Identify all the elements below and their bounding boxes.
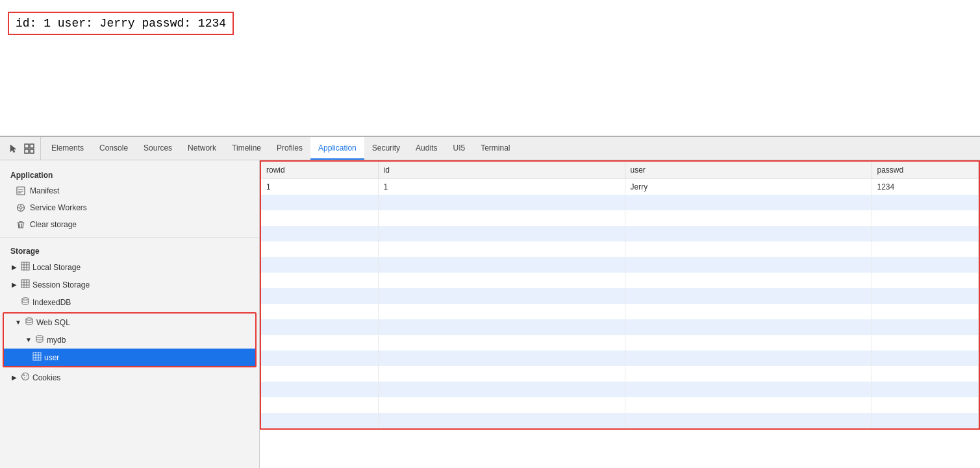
cell-id: 1 (378, 179, 625, 195)
mydb-arrow (25, 336, 32, 344)
mydb-icon (35, 334, 44, 345)
web-sql-arrow (14, 319, 22, 326)
web-sql-highlight: Web SQL mydb (3, 312, 257, 367)
devtools-sidebar: Application Manifest (0, 160, 260, 468)
devtools-icons (3, 137, 41, 160)
service-workers-icon (16, 203, 26, 213)
divider-1 (0, 237, 259, 238)
session-storage-label: Session Storage (32, 280, 90, 289)
sidebar-item-local-storage[interactable]: Local Storage (0, 258, 259, 276)
user-table-label: user (44, 353, 59, 362)
tab-sources[interactable]: Sources (136, 137, 180, 160)
sidebar-item-mydb[interactable]: mydb (4, 331, 255, 349)
tab-ui5[interactable]: UI5 (445, 137, 473, 160)
session-storage-arrow (10, 281, 18, 289)
table-empty-row (261, 226, 979, 241)
clear-storage-label: Clear storage (30, 220, 77, 229)
session-storage-icon (21, 279, 30, 290)
sidebar-item-web-sql[interactable]: Web SQL (4, 314, 255, 331)
table-empty-row (261, 273, 979, 288)
manifest-icon (16, 186, 26, 196)
tab-elements[interactable]: Elements (44, 137, 92, 160)
manifest-label: Manifest (30, 186, 59, 195)
local-storage-icon (21, 262, 30, 273)
col-rowid: rowid (261, 162, 378, 179)
data-table: rowid id user passwd 11Jerry1234 (261, 162, 979, 428)
sidebar-item-manifest[interactable]: Manifest (0, 182, 259, 199)
content-area: rowid id user passwd 11Jerry1234 (260, 160, 980, 468)
table-empty-row (261, 288, 979, 304)
svg-point-34 (26, 375, 27, 376)
cursor-icon[interactable] (8, 143, 19, 154)
svg-rect-19 (21, 280, 29, 288)
svg-point-26 (36, 336, 43, 338)
local-storage-arrow (10, 264, 18, 271)
table-empty-row (261, 319, 979, 335)
svg-rect-1 (30, 144, 34, 148)
user-table-icon (32, 352, 42, 363)
cell-passwd: 1234 (872, 179, 979, 195)
table-row[interactable]: 11Jerry1234 (261, 179, 979, 195)
devtools-tab-bar: Elements Console Sources Network Timelin… (0, 137, 980, 160)
sidebar-item-session-storage[interactable]: Session Storage (0, 276, 259, 293)
table-empty-row (261, 210, 979, 226)
clear-storage-icon (16, 219, 26, 230)
cookies-arrow (10, 374, 18, 382)
inspect-icon[interactable] (23, 143, 35, 154)
table-empty-row (261, 335, 979, 351)
storage-section-title: Storage (0, 241, 259, 258)
tab-network[interactable]: Network (180, 137, 224, 160)
svg-rect-2 (25, 149, 29, 153)
cookies-icon (21, 372, 30, 383)
table-empty-row (261, 351, 979, 366)
table-empty-row (261, 413, 979, 428)
table-empty-row (261, 382, 979, 397)
local-storage-label: Local Storage (32, 263, 81, 272)
devtools-panel: Elements Console Sources Network Timelin… (0, 136, 980, 468)
table-header-row: rowid id user passwd (261, 162, 979, 179)
table-empty-row (261, 257, 979, 273)
table-wrapper: rowid id user passwd 11Jerry1234 (260, 160, 980, 430)
table-empty-row (261, 304, 979, 319)
application-section-title: Application (0, 166, 259, 182)
svg-rect-14 (21, 262, 29, 270)
tab-timeline[interactable]: Timeline (224, 137, 269, 160)
cookies-label: Cookies (32, 373, 60, 382)
tab-terminal[interactable]: Terminal (473, 137, 518, 160)
svg-point-25 (26, 318, 32, 321)
sidebar-item-clear-storage[interactable]: Clear storage (0, 216, 259, 233)
sidebar-item-indexeddb[interactable]: IndexedDB (0, 293, 259, 311)
highlighted-output: id: 1 user: Jerry passwd: 1234 (8, 12, 234, 35)
svg-point-24 (22, 298, 29, 301)
svg-rect-27 (33, 352, 41, 360)
svg-point-35 (24, 377, 25, 378)
svg-point-9 (19, 206, 22, 209)
service-workers-label: Service Workers (30, 203, 87, 212)
tab-audits[interactable]: Audits (408, 137, 445, 160)
col-passwd: passwd (872, 162, 979, 179)
cell-rowid: 1 (261, 179, 378, 195)
table-empty-row (261, 397, 979, 413)
table-empty-row (261, 195, 979, 210)
col-id: id (378, 162, 625, 179)
tab-profiles[interactable]: Profiles (269, 137, 310, 160)
table-body: 11Jerry1234 (261, 179, 979, 429)
devtools-body: Application Manifest (0, 160, 980, 468)
tab-security[interactable]: Security (364, 137, 408, 160)
tab-application[interactable]: Application (310, 137, 364, 160)
svg-point-33 (23, 375, 25, 376)
indexeddb-label: IndexedDB (32, 298, 71, 307)
col-user: user (625, 162, 872, 179)
svg-rect-3 (30, 149, 34, 153)
table-empty-row (261, 241, 979, 257)
web-sql-label: Web SQL (36, 318, 70, 327)
sidebar-item-user-table[interactable]: user (4, 349, 255, 366)
table-empty-row (261, 366, 979, 382)
tab-console[interactable]: Console (92, 137, 136, 160)
web-sql-icon (25, 317, 34, 328)
sidebar-item-cookies[interactable]: Cookies (0, 369, 259, 386)
browser-content: id: 1 user: Jerry passwd: 1234 (0, 0, 980, 136)
indexeddb-icon (21, 297, 30, 308)
svg-point-32 (22, 373, 29, 380)
sidebar-item-service-workers[interactable]: Service Workers (0, 199, 259, 216)
